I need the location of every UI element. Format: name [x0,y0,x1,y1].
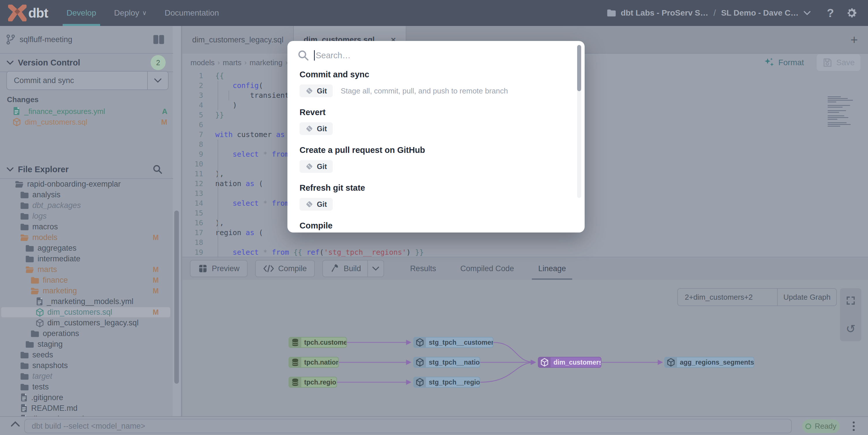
file-icon [13,107,20,116]
compile-button[interactable]: Compile [255,260,315,277]
file-tree-item-aggregates[interactable]: aggregates [0,243,173,254]
panel-tab-lineage[interactable]: Lineage [538,257,566,280]
palette-item-description: Stage all, commit, pull, and push to rem… [341,87,508,95]
indent-guide [218,139,218,257]
palette-item-commit-and-sync[interactable]: Commit and syncGitStage all, commit, pul… [287,70,585,97]
version-control-header[interactable]: Version Control 2 [0,54,173,72]
file-tree-item-_marketing__models.yml[interactable]: _marketing__models.yml [0,296,173,307]
git-branch-row[interactable]: sqlfluff-meeting [0,26,173,54]
kebab-menu-icon[interactable] [848,419,859,433]
palette-item-list: Commit and syncGitStage all, commit, pul… [287,70,585,232]
file-tree-item-.gitignore[interactable]: .gitignore [0,392,173,403]
nav-link-deploy[interactable]: Deploy∨ [114,0,147,26]
format-button[interactable]: Format [763,57,804,68]
build-button[interactable]: Build [322,260,384,277]
account-name[interactable]: dbt Labs - ProServ S… [621,8,708,18]
panel-tab-results[interactable]: Results [410,257,436,280]
preview-button[interactable]: Preview [190,260,248,277]
save-button[interactable]: Save [817,54,861,71]
text-cursor [314,50,315,61]
file-tree-item-README.md[interactable]: README.md [0,403,173,414]
file-tree-item-dim_customers.sql[interactable]: dim_customers.sqlM [0,307,173,318]
project-name[interactable]: SL Demo - Dave C… [721,8,799,18]
file-tree-item-target[interactable]: target [0,371,173,382]
palette-item-compile[interactable]: Compile⌘⇧Enter [287,221,585,232]
tab-label: dim_customers_legacy.sql [192,35,283,44]
editor-minimap[interactable] [828,96,862,125]
changed-file-row[interactable]: _finance_exposures.ymlA [13,106,173,117]
chevron-down-icon: ∨ [142,9,147,17]
collapse-panel-chevron[interactable] [10,421,20,428]
palette-item-refresh-git-state[interactable]: Refresh git stateGit [287,183,585,211]
file-tree-scrollbar-thumb[interactable] [174,211,179,384]
lineage-node-stg_tpch__customers[interactable]: stg_tpch__customers [413,337,493,348]
file-tree-item-snapshots[interactable]: snapshots [0,360,173,371]
file-explorer-header[interactable]: File Explorer [0,160,173,179]
status-badge: Ready [802,420,840,433]
lineage-node-tpch.customer[interactable]: tpch.customer [288,337,347,348]
file-tree-item-marketing[interactable]: marketingM [0,286,173,296]
file-tree-item-dbt_project.yml[interactable]: dbt_project.yml [0,414,173,416]
git-icon [305,200,313,208]
commit-and-sync-button[interactable]: Commit and sync [6,71,168,90]
file-tree-item-macros[interactable]: macros [0,221,173,232]
panel-tab-compiled-code[interactable]: Compiled Code [460,257,514,280]
file-tree-item-finance[interactable]: financeM [0,275,173,286]
file-tree: rapid-onboarding-exemplaranalysisdbt_pac… [0,179,173,416]
git-status-letter: M [161,118,167,127]
file-tree-item-models[interactable]: modelsM [0,232,173,243]
editor-tab-dim_customers_legacy.sql[interactable]: dim_customers_legacy.sql [182,26,294,54]
new-tab-button[interactable]: + [840,26,868,54]
code-line[interactable]: 19 select * from {{ ref('stg_tpch__regio… [182,248,868,257]
docs-book-icon[interactable] [153,35,164,44]
changed-file-row[interactable]: dim_customers.sqlM [13,117,173,127]
fullscreen-icon[interactable] [840,290,861,311]
folder-icon [20,223,29,231]
file-tree-item-rapid-onboarding-exemplar[interactable]: rapid-onboarding-exemplar [0,179,173,189]
folder-open-icon [25,266,34,274]
palette-scrollbar-thumb[interactable] [577,45,581,91]
lineage-node-stg_tpch__nations[interactable]: stg_tpch__nations [413,357,480,368]
chevron-down-icon [154,78,162,83]
dbt-command-input[interactable]: dbt build --select <model_name> [24,419,792,433]
lineage-node-stg_tpch__regions[interactable]: stg_tpch__regions [413,377,480,388]
lineage-selector-input[interactable]: 2+dim_customers+2 [678,289,777,306]
update-graph-button[interactable]: Update Graph [777,289,836,306]
reset-view-icon[interactable]: ↺ [840,318,861,340]
gear-icon[interactable] [845,7,858,19]
file-tree-item-dim_customers_legacy.sql[interactable]: dim_customers_legacy.sql [0,318,173,328]
build-options-chevron[interactable] [367,260,383,277]
file-tree-item-operations[interactable]: operations [0,328,173,339]
file-tree-item-logs[interactable]: logs [0,211,173,221]
nav-link-documentation[interactable]: Documentation [165,0,219,26]
lineage-node-tpch.nation[interactable]: tpch.nation [288,357,339,368]
code-line[interactable]: 18 [182,238,868,248]
palette-item-title: Commit and sync [300,70,585,79]
file-tree-item-tests[interactable]: tests [0,382,173,392]
git-badge: Git [300,85,333,97]
lineage-node-agg_regions_segments[interactable]: agg_regions_segments [664,357,754,368]
chevron-down-icon[interactable] [803,11,811,15]
file-tree-item-seeds[interactable]: seeds [0,350,173,360]
search-icon[interactable] [152,164,163,175]
help-icon[interactable]: ? [827,7,834,20]
file-tree-item-marts[interactable]: martsM [0,264,173,275]
breadcrumb-item[interactable]: marketing [250,58,282,67]
lineage-node-dim_customers[interactable]: dim_customers [538,357,601,368]
file-tree-item-staging[interactable]: staging [0,339,173,350]
dbt-logo[interactable]: dbt [8,5,48,21]
breadcrumb-item[interactable]: models [190,58,215,67]
breadcrumb-separator: › [244,59,247,67]
nav-link-develop[interactable]: Develop [67,0,96,26]
folder-open-icon [31,287,39,295]
palette-item-create-a-pull-request-on-github[interactable]: Create a pull request on GitHubGit [287,145,585,173]
file-tree-item-analysis[interactable]: analysis [0,189,173,200]
folder-open-icon [20,234,29,242]
commit-options-chevron[interactable] [147,71,168,89]
file-tree-item-dbt_packages[interactable]: dbt_packages [0,200,173,211]
lineage-node-tpch.region[interactable]: tpch.region [288,377,337,388]
palette-item-revert[interactable]: RevertGit [287,107,585,135]
palette-search-row[interactable]: Search… [287,41,585,70]
file-tree-item-intermediate[interactable]: intermediate [0,254,173,264]
breadcrumb-item[interactable]: marts [223,58,242,67]
